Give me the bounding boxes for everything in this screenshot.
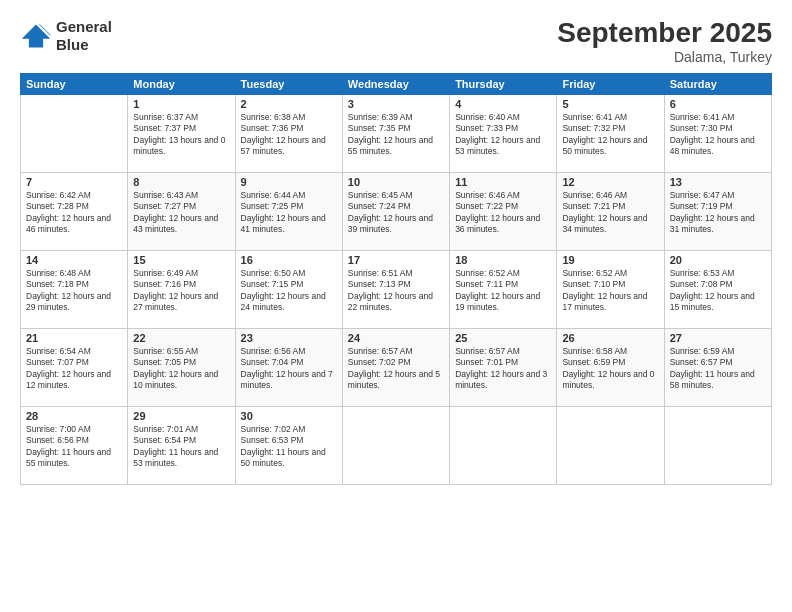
day-number: 16 [241, 254, 337, 266]
table-cell: 17 Sunrise: 6:51 AM Sunset: 7:13 PM Dayl… [342, 250, 449, 328]
cell-info: Sunrise: 6:50 AM Sunset: 7:15 PM Dayligh… [241, 268, 337, 314]
table-cell: 19 Sunrise: 6:52 AM Sunset: 7:10 PM Dayl… [557, 250, 664, 328]
day-number: 10 [348, 176, 444, 188]
sunset-text: Sunset: 7:02 PM [348, 357, 444, 368]
cell-info: Sunrise: 6:52 AM Sunset: 7:11 PM Dayligh… [455, 268, 551, 314]
day-number: 28 [26, 410, 122, 422]
day-number: 6 [670, 98, 766, 110]
sunrise-text: Sunrise: 6:56 AM [241, 346, 337, 357]
table-cell: 13 Sunrise: 6:47 AM Sunset: 7:19 PM Dayl… [664, 172, 771, 250]
day-number: 30 [241, 410, 337, 422]
table-cell: 28 Sunrise: 7:00 AM Sunset: 6:56 PM Dayl… [21, 406, 128, 484]
day-number: 23 [241, 332, 337, 344]
table-cell: 4 Sunrise: 6:40 AM Sunset: 7:33 PM Dayli… [450, 94, 557, 172]
cell-info: Sunrise: 6:56 AM Sunset: 7:04 PM Dayligh… [241, 346, 337, 392]
day-number: 7 [26, 176, 122, 188]
sunrise-text: Sunrise: 6:43 AM [133, 190, 229, 201]
sunrise-text: Sunrise: 6:41 AM [562, 112, 658, 123]
table-cell: 23 Sunrise: 6:56 AM Sunset: 7:04 PM Dayl… [235, 328, 342, 406]
sunset-text: Sunset: 7:05 PM [133, 357, 229, 368]
cell-info: Sunrise: 6:40 AM Sunset: 7:33 PM Dayligh… [455, 112, 551, 158]
cell-info: Sunrise: 6:57 AM Sunset: 7:01 PM Dayligh… [455, 346, 551, 392]
day-number: 11 [455, 176, 551, 188]
calendar-row: 21 Sunrise: 6:54 AM Sunset: 7:07 PM Dayl… [21, 328, 772, 406]
sunrise-text: Sunrise: 6:52 AM [455, 268, 551, 279]
sunrise-text: Sunrise: 6:50 AM [241, 268, 337, 279]
cell-info: Sunrise: 6:54 AM Sunset: 7:07 PM Dayligh… [26, 346, 122, 392]
col-monday: Monday [128, 73, 235, 94]
logo: General Blue [20, 18, 112, 54]
col-tuesday: Tuesday [235, 73, 342, 94]
table-cell: 22 Sunrise: 6:55 AM Sunset: 7:05 PM Dayl… [128, 328, 235, 406]
day-number: 8 [133, 176, 229, 188]
logo-icon [20, 22, 52, 50]
daylight-text: Daylight: 12 hours and 31 minutes. [670, 213, 766, 236]
cell-info: Sunrise: 6:37 AM Sunset: 7:37 PM Dayligh… [133, 112, 229, 158]
table-cell: 16 Sunrise: 6:50 AM Sunset: 7:15 PM Dayl… [235, 250, 342, 328]
sunset-text: Sunset: 7:36 PM [241, 123, 337, 134]
table-cell: 11 Sunrise: 6:46 AM Sunset: 7:22 PM Dayl… [450, 172, 557, 250]
sunset-text: Sunset: 7:11 PM [455, 279, 551, 290]
cell-info: Sunrise: 6:57 AM Sunset: 7:02 PM Dayligh… [348, 346, 444, 392]
sunset-text: Sunset: 7:04 PM [241, 357, 337, 368]
table-cell: 24 Sunrise: 6:57 AM Sunset: 7:02 PM Dayl… [342, 328, 449, 406]
cell-info: Sunrise: 6:46 AM Sunset: 7:21 PM Dayligh… [562, 190, 658, 236]
daylight-text: Daylight: 12 hours and 34 minutes. [562, 213, 658, 236]
sunrise-text: Sunrise: 6:41 AM [670, 112, 766, 123]
cell-info: Sunrise: 7:02 AM Sunset: 6:53 PM Dayligh… [241, 424, 337, 470]
daylight-text: Daylight: 12 hours and 46 minutes. [26, 213, 122, 236]
day-number: 24 [348, 332, 444, 344]
page: General Blue September 2025 Dalama, Turk… [0, 0, 792, 612]
table-cell: 7 Sunrise: 6:42 AM Sunset: 7:28 PM Dayli… [21, 172, 128, 250]
day-number: 4 [455, 98, 551, 110]
day-number: 17 [348, 254, 444, 266]
daylight-text: Daylight: 11 hours and 50 minutes. [241, 447, 337, 470]
sunset-text: Sunset: 7:08 PM [670, 279, 766, 290]
daylight-text: Daylight: 11 hours and 58 minutes. [670, 369, 766, 392]
day-number: 9 [241, 176, 337, 188]
sunset-text: Sunset: 7:37 PM [133, 123, 229, 134]
day-number: 20 [670, 254, 766, 266]
daylight-text: Daylight: 12 hours and 19 minutes. [455, 291, 551, 314]
table-cell: 25 Sunrise: 6:57 AM Sunset: 7:01 PM Dayl… [450, 328, 557, 406]
cell-info: Sunrise: 6:43 AM Sunset: 7:27 PM Dayligh… [133, 190, 229, 236]
sunrise-text: Sunrise: 7:02 AM [241, 424, 337, 435]
logo-line1: General [56, 18, 112, 36]
cell-info: Sunrise: 6:55 AM Sunset: 7:05 PM Dayligh… [133, 346, 229, 392]
table-cell: 29 Sunrise: 7:01 AM Sunset: 6:54 PM Dayl… [128, 406, 235, 484]
sunrise-text: Sunrise: 6:57 AM [348, 346, 444, 357]
sunrise-text: Sunrise: 6:44 AM [241, 190, 337, 201]
sunrise-text: Sunrise: 6:46 AM [562, 190, 658, 201]
sunrise-text: Sunrise: 6:38 AM [241, 112, 337, 123]
sunset-text: Sunset: 7:19 PM [670, 201, 766, 212]
cell-info: Sunrise: 6:44 AM Sunset: 7:25 PM Dayligh… [241, 190, 337, 236]
sunset-text: Sunset: 7:32 PM [562, 123, 658, 134]
calendar-row: 14 Sunrise: 6:48 AM Sunset: 7:18 PM Dayl… [21, 250, 772, 328]
table-cell [664, 406, 771, 484]
cell-info: Sunrise: 6:41 AM Sunset: 7:32 PM Dayligh… [562, 112, 658, 158]
table-cell: 5 Sunrise: 6:41 AM Sunset: 7:32 PM Dayli… [557, 94, 664, 172]
table-cell: 1 Sunrise: 6:37 AM Sunset: 7:37 PM Dayli… [128, 94, 235, 172]
daylight-text: Daylight: 12 hours and 41 minutes. [241, 213, 337, 236]
day-number: 21 [26, 332, 122, 344]
sunrise-text: Sunrise: 6:57 AM [455, 346, 551, 357]
day-number: 22 [133, 332, 229, 344]
sunset-text: Sunset: 7:30 PM [670, 123, 766, 134]
calendar-table: Sunday Monday Tuesday Wednesday Thursday… [20, 73, 772, 485]
cell-info: Sunrise: 6:51 AM Sunset: 7:13 PM Dayligh… [348, 268, 444, 314]
sunrise-text: Sunrise: 6:58 AM [562, 346, 658, 357]
col-saturday: Saturday [664, 73, 771, 94]
sunset-text: Sunset: 6:56 PM [26, 435, 122, 446]
table-cell: 9 Sunrise: 6:44 AM Sunset: 7:25 PM Dayli… [235, 172, 342, 250]
logo-line2: Blue [56, 36, 112, 54]
sunrise-text: Sunrise: 7:00 AM [26, 424, 122, 435]
daylight-text: Daylight: 12 hours and 3 minutes. [455, 369, 551, 392]
daylight-text: Daylight: 12 hours and 36 minutes. [455, 213, 551, 236]
sunrise-text: Sunrise: 6:53 AM [670, 268, 766, 279]
table-cell: 8 Sunrise: 6:43 AM Sunset: 7:27 PM Dayli… [128, 172, 235, 250]
location-subtitle: Dalama, Turkey [557, 49, 772, 65]
daylight-text: Daylight: 12 hours and 7 minutes. [241, 369, 337, 392]
header: General Blue September 2025 Dalama, Turk… [20, 18, 772, 65]
sunset-text: Sunset: 7:27 PM [133, 201, 229, 212]
daylight-text: Daylight: 11 hours and 55 minutes. [26, 447, 122, 470]
